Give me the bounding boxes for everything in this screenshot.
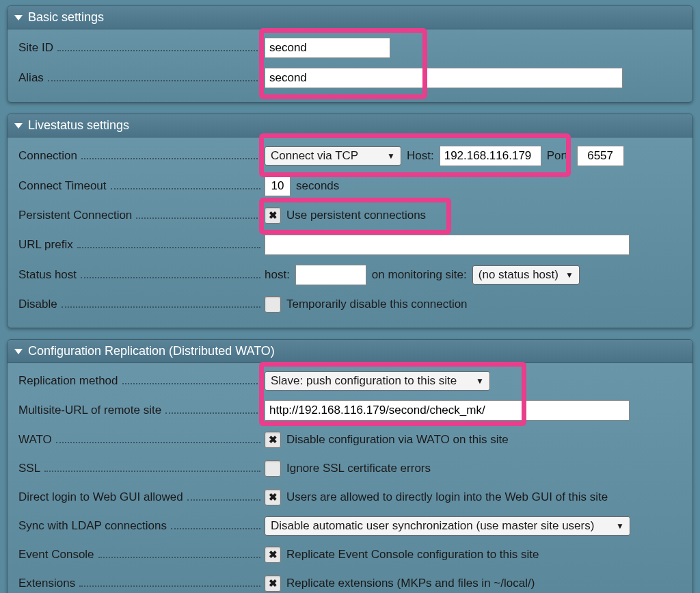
input-multisite-url[interactable]	[265, 400, 630, 421]
label-alias: Alias	[18, 71, 44, 85]
label-host: Host:	[407, 149, 434, 163]
checkbox-wato[interactable]: ✖	[265, 432, 281, 448]
panel-title-basic: Basic settings	[28, 10, 104, 25]
panel-header-livestatus[interactable]: Livestatus settings	[8, 114, 692, 137]
label-event-console: Event Console	[18, 548, 94, 562]
select-connection-method[interactable]: Connect via TCP▼	[265, 146, 401, 166]
panel-livestatus-settings: Livestatus settings Connection Connect v…	[7, 114, 693, 328]
input-alias[interactable]	[265, 68, 623, 88]
input-host[interactable]	[440, 146, 541, 166]
chevron-down-icon	[14, 349, 23, 354]
label-ssl: SSL	[18, 462, 40, 475]
input-status-host[interactable]	[295, 265, 366, 285]
label-multisite-url: Multisite-URL of remote site	[18, 404, 161, 417]
checkbox-disable[interactable]	[265, 296, 281, 313]
panel-configuration-replication: Configuration Replication (Distributed W…	[7, 339, 693, 593]
select-ldap-sync[interactable]: Disable automatic user synchronization (…	[265, 516, 630, 536]
label-extensions-checkbox: Replicate extensions (MKPs and files in …	[286, 577, 535, 590]
checkbox-ssl[interactable]	[265, 460, 281, 477]
label-site-id: Site ID	[18, 41, 53, 55]
label-status-host-host: host:	[265, 268, 290, 282]
label-persistent-checkbox: Use persistent connections	[286, 209, 426, 222]
label-connection: Connection	[18, 149, 77, 163]
label-on-monitoring-site: on monitoring site:	[372, 268, 467, 282]
label-connect-timeout: Connect Timeout	[18, 179, 107, 193]
label-disable-checkbox: Temporarily disable this connection	[286, 298, 468, 311]
chevron-down-icon: ▼	[469, 376, 484, 386]
select-status-host-site[interactable]: (no status host)▼	[472, 265, 580, 285]
checkbox-direct-login[interactable]: ✖	[265, 489, 281, 505]
chevron-down-icon	[14, 123, 23, 129]
input-port[interactable]	[577, 146, 624, 166]
label-port: Port:	[547, 149, 571, 163]
label-extensions: Extensions	[18, 577, 75, 590]
label-disable: Disable	[18, 298, 57, 311]
input-site-id[interactable]	[265, 38, 390, 58]
panel-basic-settings: Basic settings Site ID Alias	[7, 5, 693, 103]
checkbox-event-console[interactable]: ✖	[265, 546, 281, 563]
label-ldap-sync: Sync with LDAP connections	[18, 519, 167, 533]
chevron-down-icon	[14, 15, 23, 21]
label-direct-login: Direct login to Web GUI allowed	[18, 490, 183, 504]
chevron-down-icon: ▼	[609, 521, 624, 531]
select-replication-method[interactable]: Slave: push configuration to this site▼	[265, 371, 490, 391]
label-wato: WATO	[18, 433, 52, 447]
input-timeout[interactable]	[265, 176, 291, 196]
label-persistent-connection: Persistent Connection	[18, 209, 132, 222]
label-event-console-checkbox: Replicate Event Console configuration to…	[286, 548, 539, 562]
label-url-prefix: URL prefix	[18, 238, 73, 252]
panel-header-replication[interactable]: Configuration Replication (Distributed W…	[8, 340, 692, 363]
label-wato-checkbox: Disable configuration via WATO on this s…	[286, 433, 509, 447]
label-ssl-checkbox: Ignore SSL certificate errors	[286, 462, 431, 475]
input-url-prefix[interactable]	[265, 235, 630, 255]
panel-title-livestatus: Livestatus settings	[28, 118, 129, 133]
chevron-down-icon: ▼	[380, 151, 395, 161]
label-direct-login-checkbox: Users are allowed to directly login into…	[286, 490, 608, 504]
checkbox-extensions[interactable]: ✖	[265, 575, 281, 592]
label-replication-method: Replication method	[18, 374, 118, 388]
label-seconds: seconds	[296, 179, 339, 193]
label-status-host: Status host	[18, 268, 77, 282]
chevron-down-icon: ▼	[558, 270, 574, 280]
panel-header-basic[interactable]: Basic settings	[8, 6, 692, 29]
panel-title-replication: Configuration Replication (Distributed W…	[28, 344, 275, 358]
checkbox-persistent[interactable]: ✖	[265, 207, 281, 224]
